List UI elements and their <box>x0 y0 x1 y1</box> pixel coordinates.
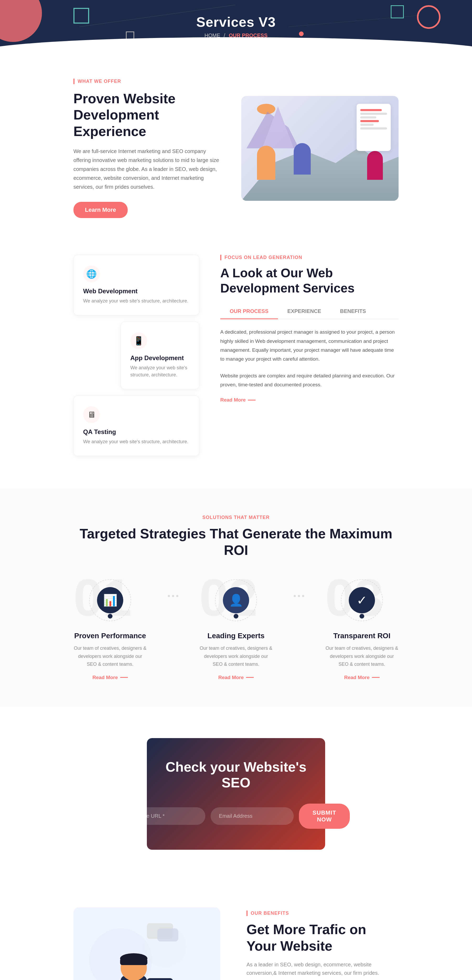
section-benefits: OUR BENEFITS Get More Trafic on Your Web… <box>0 881 472 980</box>
strategy3-title: Transparent ROI <box>325 632 399 640</box>
section-strategies: SOLUTIONS THAT MATTER Targeted Strategie… <box>0 488 472 706</box>
strategy3-dot <box>359 614 364 619</box>
section3-label: SOLUTIONS THAT MATTER <box>73 515 399 520</box>
strategy-proven-performance: 01 📊 Proven Performance Our team of crea… <box>73 579 147 681</box>
seo-check-box: Check your Website's SEO SUBMIT NOW <box>147 738 325 850</box>
strategy1-dot <box>108 614 113 619</box>
dot1 <box>168 595 170 597</box>
strategies-grid: 01 📊 Proven Performance Our team of crea… <box>73 579 399 681</box>
service-card-qa: 🖥 QA Testing We analyze your web site's … <box>73 396 199 456</box>
benefits-title: Get More Trafic on Your Website <box>247 921 399 954</box>
page-title: Services V3 <box>196 14 276 30</box>
svg-rect-10 <box>147 978 173 980</box>
strategy1-read-more[interactable]: Read More <box>92 675 128 681</box>
seo-submit-button[interactable]: SUBMIT NOW <box>299 803 350 829</box>
strategy1-icon-wrap: 📊 <box>89 579 131 621</box>
section-web-services: 🌐 Web Development We analyze your web si… <box>0 239 472 488</box>
section1-description: We are full-service Internet marketing a… <box>73 147 220 191</box>
decor-circle-red <box>417 5 440 29</box>
seo-check-title: Check your Website's SEO <box>163 759 309 791</box>
strategy2-title: Leading Experts <box>199 632 273 640</box>
service-card-web-dev: 🌐 Web Development We analyze your web si… <box>73 255 199 315</box>
tab-content-p1: A dedicated, professional project manage… <box>220 328 399 364</box>
web-dev-desc: We analyze your web site's structure, ar… <box>83 298 190 305</box>
svg-rect-3 <box>157 928 178 942</box>
decor-circle-pink <box>0 0 42 42</box>
strategy2-desc: Our team of creatives, designers & devel… <box>199 644 273 668</box>
section2-label: FOCUS ON LEAD GENERATION <box>220 255 399 260</box>
breadcrumb-home[interactable]: HOME <box>204 32 220 38</box>
strategy-leading-experts: 02 👤 Leading Experts Our team of creativ… <box>199 579 273 681</box>
tab-our-process[interactable]: OUR PROCESS <box>220 304 278 319</box>
strategy3-read-more[interactable]: Read More <box>344 675 380 681</box>
benefits-text: OUR BENEFITS Get More Trafic on Your Web… <box>247 910 399 980</box>
section1-title: Proven Website Development Experience <box>73 91 220 140</box>
connector-dots1 <box>168 595 178 597</box>
section3-title: Targeted Strategies That Generate the Ma… <box>73 525 399 558</box>
tab-content-p2: Website projects are complex and require… <box>220 371 399 389</box>
strategy1-desc: Our team of creatives, designers & devel… <box>73 644 147 668</box>
dot5 <box>298 595 300 597</box>
connector2 <box>289 579 309 597</box>
decor-square1 <box>73 8 89 24</box>
strategy3-desc: Our team of creatives, designers & devel… <box>325 644 399 668</box>
benefits-label: OUR BENEFITS <box>247 910 399 916</box>
breadcrumb-current: OUR PROCESS <box>229 32 268 38</box>
web-dev-icon: 🌐 <box>83 266 100 282</box>
learn-more-button[interactable]: Learn More <box>73 202 128 218</box>
connector-dots2 <box>294 595 304 597</box>
section-seo-check: Check your Website's SEO SUBMIT NOW <box>0 706 472 881</box>
connector1 <box>163 579 183 597</box>
section1-illustration <box>241 96 399 201</box>
strategy-transparent-roi: 03 ✓ Transparent ROI Our team of creativ… <box>325 579 399 681</box>
qa-title: QA Testing <box>83 428 190 436</box>
breadcrumb: HOME / OUR PROCESS <box>204 32 268 38</box>
section2-title: A Look at Our Web Development Services <box>220 266 399 296</box>
service-card-app-dev: 📱 App Development We analyze your web si… <box>121 321 199 389</box>
section1-label: WHAT WE OFFER <box>73 79 220 84</box>
tab-benefits[interactable]: BENEFITS <box>331 304 375 319</box>
decor-dot <box>299 32 304 36</box>
strategy3-icon-wrap: ✓ <box>341 579 383 621</box>
email-address-input[interactable] <box>210 807 294 825</box>
strategy2-dot <box>234 614 238 619</box>
section2-read-more[interactable]: Read More <box>220 397 256 403</box>
section2-info: FOCUS ON LEAD GENERATION A Look at Our W… <box>220 255 399 403</box>
strategy1-circle: 📊 <box>97 587 123 613</box>
strategy2-circle: 👤 <box>223 587 249 613</box>
section-proven-experience: WHAT WE OFFER Proven Website Development… <box>0 52 472 239</box>
website-url-input[interactable] <box>122 807 205 825</box>
page-header: Services V3 HOME / OUR PROCESS <box>0 0 472 52</box>
seo-check-form: SUBMIT NOW <box>163 803 309 829</box>
app-dev-desc: We analyze your web site's structure, ar… <box>130 364 190 379</box>
dot2 <box>172 595 174 597</box>
app-dev-title: App Development <box>130 354 190 362</box>
benefits-desc: As a leader in SEO, web design, ecommerc… <box>247 960 399 977</box>
strategy2-read-more[interactable]: Read More <box>218 675 254 681</box>
dot3 <box>176 595 178 597</box>
app-dev-icon: 📱 <box>130 332 147 349</box>
dot6 <box>302 595 304 597</box>
strategy1-title: Proven Performance <box>73 632 147 640</box>
breadcrumb-separator: / <box>224 32 225 38</box>
qa-icon: 🖥 <box>83 406 100 423</box>
dot4 <box>294 595 296 597</box>
web-dev-title: Web Development <box>83 288 190 295</box>
svg-rect-9 <box>120 959 147 965</box>
header-wave <box>0 37 472 52</box>
service-tabs: OUR PROCESS EXPERIENCE BENEFITS <box>220 304 399 319</box>
qa-desc: We analyze your web site's structure, ar… <box>83 438 190 445</box>
benefits-illustration <box>73 907 220 980</box>
decor-line2 <box>289 15 419 27</box>
strategy2-icon-wrap: 👤 <box>215 579 257 621</box>
decor-square3 <box>391 5 404 18</box>
tab-experience[interactable]: EXPERIENCE <box>278 304 331 319</box>
section1-text: WHAT WE OFFER Proven Website Development… <box>73 79 220 218</box>
strategy3-circle: ✓ <box>349 587 375 613</box>
service-cards-container: 🌐 Web Development We analyze your web si… <box>73 255 199 462</box>
